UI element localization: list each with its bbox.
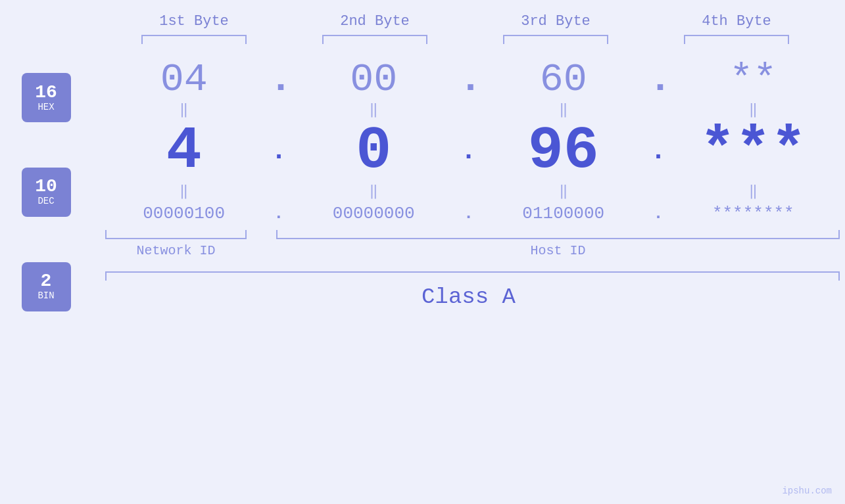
- hex-dot1: .: [269, 60, 289, 99]
- byte4-header: 4th Byte: [664, 13, 809, 30]
- hex-badge: 16 HEX: [22, 73, 71, 122]
- eq1-byte2: ‖: [301, 103, 446, 118]
- eq1-byte3: ‖: [491, 103, 636, 118]
- top-brackets: [104, 35, 827, 44]
- values-area: 04 . 00 . 60 . **: [92, 51, 845, 314]
- bin-badge-number: 2: [41, 272, 52, 290]
- network-id-label: Network ID: [105, 243, 247, 258]
- hex-dot3: .: [648, 60, 668, 99]
- hex-dot2: .: [458, 60, 478, 99]
- dec-byte3: 96: [491, 122, 636, 181]
- top-bracket-4: [684, 35, 789, 44]
- labels-column: 16 HEX 10 DEC 2 BIN: [0, 51, 92, 314]
- eq2-byte1: ‖: [112, 185, 256, 199]
- class-container: Class A: [92, 271, 845, 314]
- bin-badge: 2 BIN: [22, 262, 71, 311]
- bracket-byte4: [664, 35, 809, 44]
- bin-byte2: 00000000: [301, 205, 446, 222]
- main-container: 1st Byte 2nd Byte 3rd Byte 4th Byte 16 H…: [0, 0, 845, 504]
- dec-dot3: .: [648, 137, 668, 166]
- equals-row-1: ‖ ‖ ‖ ‖: [92, 103, 845, 118]
- eq2-byte4: ‖: [681, 185, 825, 199]
- byte1-header: 1st Byte: [122, 13, 266, 30]
- hex-byte2: 00: [301, 60, 446, 99]
- eq1-byte1: ‖: [112, 103, 256, 118]
- bin-byte1: 00000100: [112, 205, 256, 222]
- bin-dot1: .: [269, 203, 289, 223]
- eq1-spacer3: [648, 103, 668, 118]
- hex-badge-number: 16: [35, 83, 57, 102]
- bin-row: 00000100 . 00000000 . 01100000 .: [92, 203, 845, 223]
- dec-byte2: 0: [301, 122, 446, 181]
- class-label: Class A: [92, 285, 845, 309]
- eq1-byte4: ‖: [681, 103, 825, 118]
- eq1-spacer2: [458, 103, 478, 118]
- hex-row: 04 . 00 . 60 . **: [92, 60, 845, 99]
- top-bracket-1: [141, 35, 247, 44]
- content-area: 16 HEX 10 DEC 2 BIN 04 .: [0, 51, 845, 314]
- eq1-spacer1: [269, 103, 289, 118]
- bin-dot3: .: [648, 203, 668, 223]
- class-bracket: [105, 271, 840, 281]
- byte3-header: 3rd Byte: [483, 13, 628, 30]
- byte-headers: 1st Byte 2nd Byte 3rd Byte 4th Byte: [104, 13, 827, 30]
- network-id-bracket: [105, 230, 247, 239]
- top-bracket-3: [503, 35, 608, 44]
- top-bracket-2: [322, 35, 427, 44]
- eq2-spacer2: [458, 185, 478, 199]
- bin-byte3: 01100000: [491, 205, 636, 222]
- hex-byte4: **: [681, 60, 825, 99]
- dec-badge: 10 DEC: [22, 168, 71, 217]
- bottom-bracket-container: Network ID Host ID: [92, 230, 845, 266]
- watermark: ipshu.com: [782, 486, 832, 496]
- bin-byte4: ********: [681, 205, 825, 222]
- hex-byte1: 04: [112, 60, 256, 99]
- eq2-byte2: ‖: [301, 185, 446, 199]
- dec-dot2: .: [458, 137, 478, 166]
- dec-badge-text: DEC: [37, 196, 54, 206]
- bin-dot2: .: [458, 203, 478, 223]
- bin-badge-text: BIN: [37, 290, 54, 301]
- eq2-spacer1: [269, 185, 289, 199]
- byte2-header: 2nd Byte: [302, 13, 447, 30]
- hex-byte3: 60: [491, 60, 636, 99]
- host-id-bracket: [276, 230, 840, 239]
- dec-byte4: ***: [681, 122, 825, 181]
- host-id-label: Host ID: [276, 243, 840, 258]
- hex-badge-text: HEX: [37, 102, 54, 112]
- dec-badge-number: 10: [35, 177, 57, 196]
- bracket-byte2: [302, 35, 447, 44]
- eq2-byte3: ‖: [491, 185, 636, 199]
- bracket-byte1: [122, 35, 266, 44]
- dec-byte1: 4: [112, 122, 256, 181]
- dec-row: 4 . 0 . 96 . ***: [92, 122, 845, 181]
- equals-row-2: ‖ ‖ ‖ ‖: [92, 185, 845, 199]
- eq2-spacer3: [648, 185, 668, 199]
- dec-dot1: .: [269, 137, 289, 166]
- bracket-byte3: [483, 35, 628, 44]
